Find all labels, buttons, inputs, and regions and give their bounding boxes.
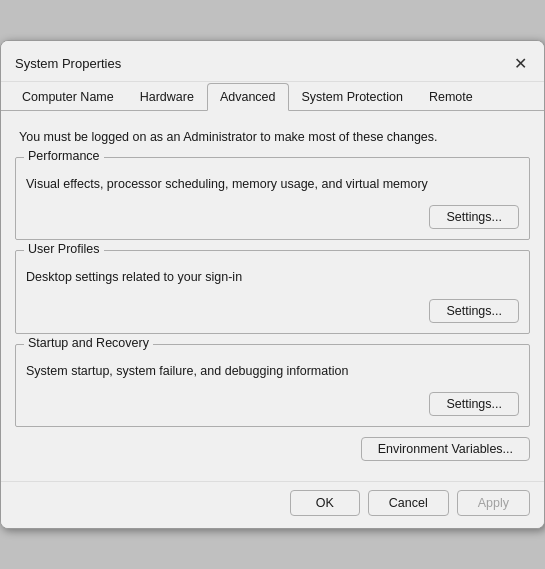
user-profiles-section-title: User Profiles <box>24 242 104 256</box>
system-properties-dialog: System Properties ✕ Computer Name Hardwa… <box>0 40 545 529</box>
user-profiles-section: User Profiles Desktop settings related t… <box>15 250 530 334</box>
tab-bar: Computer Name Hardware Advanced System P… <box>1 82 544 111</box>
user-profiles-description: Desktop settings related to your sign-in <box>26 265 519 293</box>
tab-advanced[interactable]: Advanced <box>207 83 289 111</box>
tab-computer-name[interactable]: Computer Name <box>9 83 127 111</box>
window-title: System Properties <box>15 56 121 71</box>
startup-recovery-section-title: Startup and Recovery <box>24 336 153 350</box>
tab-remote[interactable]: Remote <box>416 83 486 111</box>
apply-button[interactable]: Apply <box>457 490 530 516</box>
tab-hardware[interactable]: Hardware <box>127 83 207 111</box>
user-profiles-footer: Settings... <box>26 299 519 323</box>
startup-recovery-section: Startup and Recovery System startup, sys… <box>15 344 530 428</box>
startup-recovery-settings-button[interactable]: Settings... <box>429 392 519 416</box>
dialog-footer: OK Cancel Apply <box>1 481 544 528</box>
environment-variables-button[interactable]: Environment Variables... <box>361 437 530 461</box>
ok-button[interactable]: OK <box>290 490 360 516</box>
performance-footer: Settings... <box>26 205 519 229</box>
tab-content: You must be logged on as an Administrato… <box>1 111 544 481</box>
close-button[interactable]: ✕ <box>508 51 532 75</box>
performance-section: Performance Visual effects, processor sc… <box>15 157 530 241</box>
title-bar: System Properties ✕ <box>1 41 544 82</box>
startup-recovery-footer: Settings... <box>26 392 519 416</box>
startup-recovery-description: System startup, system failure, and debu… <box>26 359 519 387</box>
cancel-button[interactable]: Cancel <box>368 490 449 516</box>
environment-variables-row: Environment Variables... <box>15 437 530 461</box>
performance-section-title: Performance <box>24 149 104 163</box>
performance-settings-button[interactable]: Settings... <box>429 205 519 229</box>
performance-description: Visual effects, processor scheduling, me… <box>26 172 519 200</box>
tab-system-protection[interactable]: System Protection <box>289 83 416 111</box>
user-profiles-settings-button[interactable]: Settings... <box>429 299 519 323</box>
